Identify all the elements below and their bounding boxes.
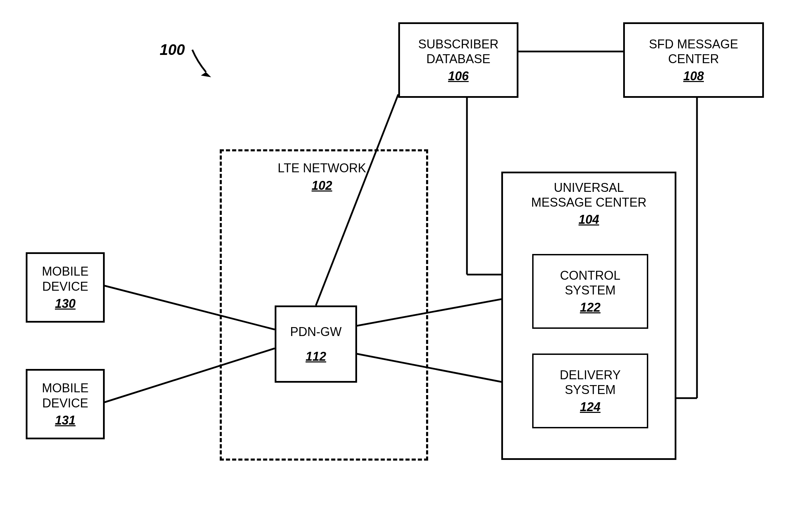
delivery-system-title-l2: SYSTEM <box>565 382 616 397</box>
mobile-device-2-box: MOBILE DEVICE 131 <box>26 369 105 439</box>
figure-arrow <box>187 45 218 82</box>
lte-network-header: LTE NETWORK 102 <box>220 158 424 196</box>
control-system-title-l2: SYSTEM <box>565 283 616 298</box>
mobile-device-1-title-l1: MOBILE <box>42 264 89 279</box>
universal-mc-title-l2: MESSAGE CENTER <box>531 195 647 210</box>
control-system-title-l1: CONTROL <box>560 268 620 283</box>
mobile-device-2-title-l1: MOBILE <box>42 381 89 395</box>
svg-marker-10 <box>201 72 211 77</box>
mobile-device-1-ref: 130 <box>55 297 76 311</box>
control-system-ref: 122 <box>580 300 601 315</box>
universal-mc-ref: 104 <box>579 212 599 227</box>
lte-network-title: LTE NETWORK <box>278 161 366 175</box>
subscriber-db-ref: 106 <box>448 69 469 83</box>
subscriber-db-title-l2: DATABASE <box>426 51 491 66</box>
sfd-center-title-l2: CENTER <box>668 51 719 66</box>
figure-label: 100 <box>160 41 185 58</box>
mobile-device-2-title-l2: DEVICE <box>42 396 88 410</box>
lte-network-container <box>220 149 428 461</box>
lte-network-ref: 102 <box>311 178 332 193</box>
pdn-gw-title: PDN-GW <box>290 324 342 339</box>
delivery-system-box: DELIVERY SYSTEM 124 <box>532 354 648 428</box>
pdn-gw-ref: 112 <box>306 349 326 364</box>
universal-mc-title-l1: UNIVERSAL <box>554 180 624 195</box>
delivery-system-ref: 124 <box>580 400 601 414</box>
mobile-device-2-ref: 131 <box>55 413 76 428</box>
figure-label-text: 100 <box>160 41 185 58</box>
sfd-center-title-l1: SFD MESSAGE <box>649 37 738 51</box>
mobile-device-1-box: MOBILE DEVICE 130 <box>26 252 105 323</box>
control-system-box: CONTROL SYSTEM 122 <box>532 254 648 329</box>
sfd-center-ref: 108 <box>683 69 704 83</box>
delivery-system-title-l1: DELIVERY <box>560 368 620 382</box>
subscriber-db-box: SUBSCRIBER DATABASE 106 <box>398 22 518 98</box>
pdn-gw-box: PDN-GW 112 <box>275 305 357 383</box>
mobile-device-1-title-l2: DEVICE <box>42 279 88 294</box>
sfd-center-box: SFD MESSAGE CENTER 108 <box>623 22 764 98</box>
subscriber-db-title-l1: SUBSCRIBER <box>418 37 499 51</box>
universal-mc-header: UNIVERSAL MESSAGE CENTER 104 <box>503 180 675 227</box>
